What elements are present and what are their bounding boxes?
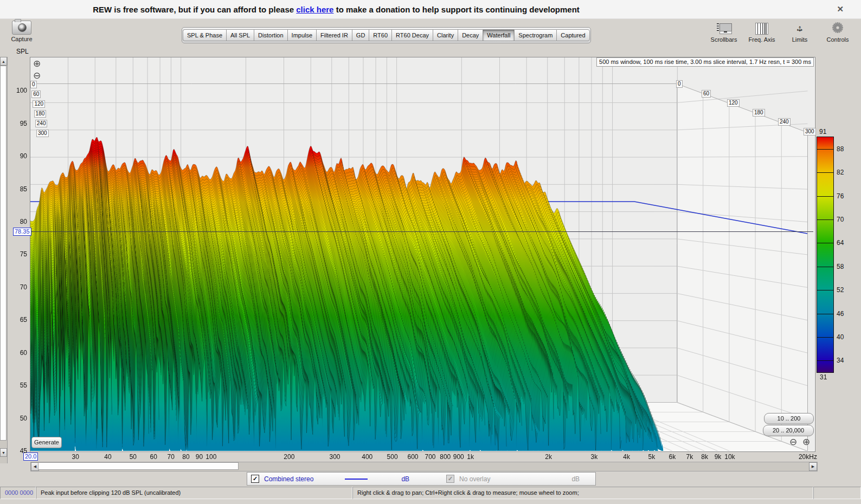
tab-spl-phase[interactable]: SPL & Phase	[183, 29, 226, 41]
tab-clarity[interactable]: Clarity	[433, 29, 458, 41]
time-tick-right-0: 0	[676, 80, 683, 88]
camera-lens-icon	[18, 23, 27, 32]
tab-spectrogram[interactable]: Spectrogram	[514, 29, 556, 41]
freq-tick-1k: 1k	[467, 453, 474, 461]
vertical-scrollbar[interactable]: ▲▼	[0, 57, 8, 463]
time-tick-left-180: 180	[34, 110, 47, 118]
donation-link[interactable]: click here	[296, 5, 333, 14]
donation-banner-text: REW is free software, but if you can aff…	[0, 0, 672, 18]
limits-icon: ↔↕	[793, 22, 806, 35]
colorbar-tick-label-76: 76	[837, 192, 844, 200]
zoom-in-icon[interactable]: ⊕	[33, 59, 41, 68]
colorbar-tick-88	[817, 149, 833, 150]
freq-tick-800: 800	[440, 453, 451, 461]
tool-freq-axis[interactable]: Freq. Axis	[747, 22, 776, 43]
trace-legend: ✓ Combined stereo dB ✓ No overlay dB	[247, 472, 596, 486]
banner-text-before: REW is free software, but if you can aff…	[93, 5, 296, 14]
colorbar-tick-34	[817, 360, 833, 361]
colorbar: 88827670645852464034	[817, 137, 834, 373]
vscroll-down-arrow[interactable]: ▼	[0, 448, 7, 457]
freq-tick-500: 500	[387, 453, 398, 461]
toolbar-right-tools: ScrollbarsFreq. Axis↔↕LimitsControls	[709, 22, 852, 43]
tab-gd[interactable]: GD	[352, 29, 369, 41]
tab-distortion[interactable]: Distortion	[254, 29, 287, 41]
range-20-20000-button[interactable]: 20 .. 20,000	[763, 425, 814, 436]
tab-rt60-decay[interactable]: RT60 Decay	[391, 29, 433, 41]
colorbar-tick-64	[817, 243, 833, 243]
freq-tick-400: 400	[362, 453, 372, 461]
status-hint: Right click & drag to pan; Ctrl+Right cl…	[352, 487, 813, 499]
colorbar-tick-76	[817, 196, 833, 197]
controls-icon	[832, 22, 844, 36]
tool-limits[interactable]: ↔↕Limits	[785, 22, 814, 43]
spl-axis-title: SPL	[16, 48, 29, 55]
time-tick-left-60: 60	[31, 91, 41, 98]
freq-tick-3k: 3k	[590, 453, 597, 461]
colorbar-tick-70	[817, 219, 833, 220]
colorbar-tick-label-58: 58	[837, 263, 844, 270]
generate-button[interactable]: Generate	[31, 437, 62, 448]
colorbar-tick-52	[817, 290, 833, 290]
scrollbars-icon	[717, 23, 731, 34]
tool-label-scrollbars: Scrollbars	[709, 36, 738, 43]
freq-tick-10k: 10k	[724, 453, 735, 461]
time-tick-left-0: 0	[30, 81, 37, 88]
camera-icon	[12, 21, 31, 35]
spl-tick-90: 90	[9, 152, 27, 160]
tab-impulse[interactable]: Impulse	[287, 29, 317, 41]
spl-tick-45: 45	[9, 447, 27, 455]
no-overlay-checkbox: ✓	[446, 475, 454, 483]
tool-scrollbars[interactable]: Scrollbars	[709, 22, 738, 43]
horizontal-scrollbar[interactable]: ◀▶	[30, 462, 818, 471]
zoom-in-bottom-icon[interactable]: ⊕	[802, 437, 810, 447]
tab-decay[interactable]: Decay	[458, 29, 483, 41]
status-input-level: Peak input before clipping 120 dB SPL (u…	[36, 487, 352, 499]
zoom-out-icon[interactable]: ⊖	[33, 71, 41, 80]
colorbar-tick-label-34: 34	[837, 357, 844, 364]
vscroll-up-arrow[interactable]: ▲	[0, 57, 7, 66]
hscroll-right-arrow[interactable]: ▶	[809, 462, 817, 471]
spl-tick-50: 50	[9, 415, 27, 422]
status-counter: 0000 0000	[0, 487, 36, 499]
status-bar: 0000 0000 Peak input before clipping 120…	[0, 487, 861, 499]
tab-captured[interactable]: Captured	[556, 29, 589, 41]
rew-window: { "banner": { "text_before": "REW is fre…	[0, 0, 861, 504]
time-tick-right-180: 180	[753, 109, 765, 117]
waterfall-chart-canvas[interactable]	[30, 57, 814, 451]
freq-tick-40: 40	[104, 453, 111, 461]
time-tick-right-300: 300	[804, 128, 816, 135]
combined-stereo-checkbox[interactable]: ✓	[251, 475, 259, 483]
spl-cursor-readout: 78.35	[13, 228, 31, 236]
zoom-out-bottom-icon[interactable]: ⊖	[789, 437, 797, 447]
tool-label-freq-axis: Freq. Axis	[747, 36, 776, 43]
freq-tick-9k: 9k	[715, 453, 722, 461]
banner-close-icon[interactable]: ✕	[837, 4, 844, 14]
colorbar-min-label: 31	[820, 373, 827, 381]
trace-line-sample	[345, 479, 368, 480]
time-tick-right-240: 240	[778, 118, 791, 126]
tab-all-spl[interactable]: All SPL	[226, 29, 254, 41]
graph-tabs: SPL & PhaseAll SPLDistortionImpulseFilte…	[182, 27, 591, 43]
colorbar-max-label: 91	[819, 128, 826, 135]
time-tick-right-60: 60	[702, 90, 711, 98]
tab-rt60[interactable]: RT60	[369, 29, 391, 41]
capture-button[interactable]: Capture	[8, 21, 36, 42]
freq-tick-8k: 8k	[701, 453, 708, 461]
tool-controls[interactable]: Controls	[823, 22, 852, 43]
combined-stereo-label: Combined stereo	[264, 475, 313, 483]
spl-tick-100: 100	[9, 87, 27, 94]
hscroll-thumb[interactable]	[38, 462, 239, 470]
combined-stereo-unit: dB	[401, 475, 409, 483]
spl-tick-80: 80	[9, 218, 27, 225]
colorbar-tick-label-64: 64	[837, 239, 844, 247]
freq-tick-20kHz: 20kHz	[799, 453, 817, 461]
tab-waterfall[interactable]: Waterfall	[483, 29, 514, 41]
tab-filtered-ir[interactable]: Filtered IR	[316, 29, 352, 41]
freq-tick-7k: 7k	[686, 453, 693, 461]
spl-tick-65: 65	[9, 316, 27, 324]
freq-tick-700: 700	[425, 453, 436, 461]
capture-label: Capture	[8, 36, 36, 42]
freq-tick-90: 90	[196, 453, 203, 461]
range-10-200-button[interactable]: 10 .. 200	[764, 413, 814, 424]
vscroll-thumb[interactable]	[0, 66, 7, 441]
